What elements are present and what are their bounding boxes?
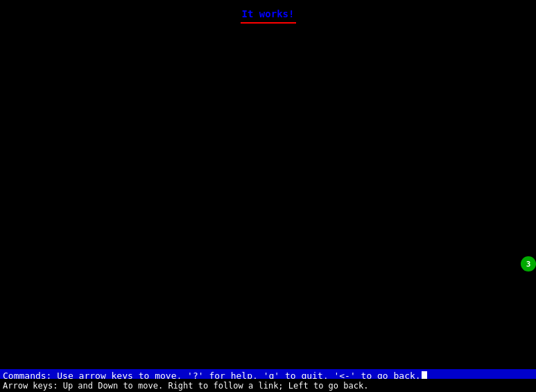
title-area: It works! [0, 8, 536, 24]
page-title: It works! [242, 8, 295, 19]
terminal-window: It works! 3 Commands: Use arrow keys to … [0, 0, 536, 392]
bottom-text-content: Arrow keys: Up and Down to move. Right t… [3, 381, 368, 391]
bottom-text-bar: Arrow keys: Up and Down to move. Right t… [0, 379, 536, 392]
scroll-indicator: 3 [521, 256, 536, 271]
title-underline [241, 22, 296, 24]
scroll-number: 3 [526, 260, 531, 269]
